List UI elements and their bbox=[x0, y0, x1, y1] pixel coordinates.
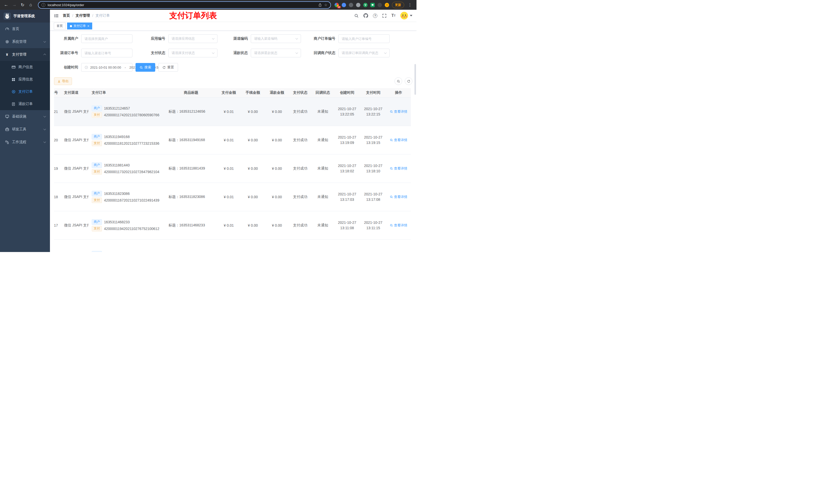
table-row: 18 微信 JSAPI 支付 商户1635311823086 支付4200001… bbox=[54, 183, 411, 211]
app-logo[interactable]: 芋道管理系统 bbox=[0, 10, 50, 23]
share-icon[interactable] bbox=[318, 3, 322, 7]
pay-status-select[interactable]: 请选择支付状态 bbox=[168, 49, 217, 57]
app-id-select[interactable]: 请选择应用信息 bbox=[168, 34, 217, 43]
extension-icon-green-square[interactable] bbox=[371, 3, 375, 7]
browser-menu-icon[interactable]: ⋮ bbox=[407, 3, 413, 7]
filter-channel-order-no: 渠道订单号 bbox=[54, 49, 133, 57]
github-icon[interactable] bbox=[363, 13, 368, 18]
fullscreen-icon[interactable] bbox=[382, 14, 386, 18]
bookmark-star-icon[interactable]: ☆ bbox=[324, 3, 327, 7]
chevron-down-icon bbox=[212, 51, 215, 54]
export-button[interactable]: 导出 bbox=[54, 77, 72, 85]
close-icon[interactable]: × bbox=[87, 24, 89, 28]
forward-button[interactable]: → bbox=[11, 1, 18, 8]
merchant-order-no-input[interactable] bbox=[338, 34, 389, 43]
sidebar-item-label: 支付管理 bbox=[12, 52, 26, 57]
sidebar-item-system[interactable]: 系统管理 bbox=[0, 35, 50, 48]
search-button[interactable]: 搜索 bbox=[136, 63, 155, 72]
table-row: 19 微信 JSAPI 支付 商户1635311881440 支付4200001… bbox=[54, 154, 411, 183]
sidebar-item-app-info[interactable]: 应用信息 bbox=[0, 73, 50, 86]
clock-icon bbox=[85, 66, 88, 69]
sidebar-item-devtools[interactable]: 研发工具 bbox=[0, 123, 50, 136]
sidebar-item-label: 商户信息 bbox=[19, 65, 33, 69]
scrollbar-thumb[interactable] bbox=[414, 64, 416, 95]
back-button[interactable]: ← bbox=[3, 1, 10, 8]
channel-code-select[interactable]: 请输入渠道编码 bbox=[251, 34, 301, 43]
channel-order-no-input[interactable] bbox=[81, 49, 133, 57]
sidebar-fold-icon[interactable] bbox=[54, 13, 59, 18]
filter-create-time: 创建时间 2021-10-01 00:00:00 - 2021-10-31 23… bbox=[54, 63, 133, 72]
user-avatar bbox=[400, 12, 408, 20]
breadcrumb-home[interactable]: 首页 bbox=[63, 13, 70, 18]
browser-toolbar: ← → ↻ ⌂ i localhost:1024/pay/order ☆ 10 … bbox=[0, 0, 416, 10]
browser-profile-avatar[interactable] bbox=[385, 3, 389, 7]
sidebar-item-home[interactable]: 首页 bbox=[0, 23, 50, 35]
main-area: 首页 / 支付管理 / 支付订单 支付订单列表 ? bbox=[50, 10, 416, 252]
sidebar-item-merchant-info[interactable]: 商户信息 bbox=[0, 61, 50, 73]
pay-tag: 支付 bbox=[92, 197, 102, 203]
tab-pay-order[interactable]: 支付订单 × bbox=[67, 23, 92, 29]
chevron-down-icon bbox=[295, 37, 298, 40]
logo-avatar-icon bbox=[4, 13, 11, 20]
sidebar-item-pay-order[interactable]: 支付订单 bbox=[0, 86, 50, 98]
extensions-area: 10 V 更新 ⋮ bbox=[335, 2, 414, 8]
sidebar-item-label: 系统管理 bbox=[12, 40, 26, 44]
extension-icon-dark-gray[interactable] bbox=[349, 3, 353, 7]
breadcrumb-pay-manage[interactable]: 支付管理 bbox=[76, 13, 90, 18]
table-row: 20 微信 JSAPI 支付 商户1635311949168 支付4200001… bbox=[54, 126, 411, 154]
sidebar-item-label: 工作流程 bbox=[12, 140, 26, 144]
merchant-tag: 商户 bbox=[92, 251, 102, 252]
sidebar-item-label: 应用信息 bbox=[19, 77, 33, 82]
extension-icon-green-check[interactable]: V bbox=[363, 3, 367, 7]
sidebar-item-payment[interactable]: ¥ 支付管理 bbox=[0, 48, 50, 61]
date-range-picker[interactable]: 2021-10-01 00:00:00 - 2021-10-31 23:59:5… bbox=[81, 63, 133, 72]
reset-button[interactable]: 重置 bbox=[158, 63, 178, 72]
tab-home[interactable]: 首页 bbox=[54, 23, 66, 29]
extension-icon-gray[interactable] bbox=[356, 3, 360, 7]
view-detail-link[interactable]: 查看详情 bbox=[390, 138, 407, 142]
chevron-down-icon bbox=[44, 128, 46, 130]
user-menu[interactable] bbox=[400, 12, 412, 20]
home-button[interactable]: ⌂ bbox=[27, 1, 34, 8]
browser-update-button[interactable]: 更新 bbox=[392, 2, 404, 8]
extension-icon-blue[interactable] bbox=[342, 3, 346, 7]
table-row-partial: 商户1635311457126 bbox=[54, 239, 411, 252]
view-detail-link[interactable]: 查看详情 bbox=[390, 166, 407, 171]
show-search-icon[interactable] bbox=[395, 77, 402, 85]
filter-channel-code: 渠道编码 请输入渠道编码 bbox=[221, 34, 301, 43]
chevron-down-icon bbox=[212, 37, 215, 40]
reload-button[interactable]: ↻ bbox=[19, 1, 26, 8]
filter-app-id: 应用编号 请选择应用信息 bbox=[136, 34, 217, 43]
help-icon[interactable]: ? bbox=[373, 14, 377, 18]
search-icon[interactable] bbox=[354, 14, 359, 18]
font-size-icon[interactable]: TT bbox=[391, 13, 396, 18]
notify-status-select[interactable]: 请选择订单回调商户状态 bbox=[338, 49, 389, 57]
address-bar[interactable]: i localhost:1024/pay/order ☆ bbox=[38, 1, 331, 9]
view-detail-link[interactable]: 查看详情 bbox=[390, 195, 407, 199]
pay-tag: 支付 bbox=[92, 226, 102, 232]
extension-icon-puzzle[interactable] bbox=[378, 3, 382, 7]
sidebar-item-label: 退款订单 bbox=[19, 102, 33, 106]
chevron-down-icon bbox=[44, 115, 46, 118]
merchant-tag: 商户 bbox=[92, 134, 102, 140]
sidebar-item-refund-order[interactable]: 退款订单 bbox=[0, 98, 50, 110]
view-detail-link[interactable]: 查看详情 bbox=[390, 110, 407, 114]
refund-status-select[interactable]: 请选择退款状态 bbox=[251, 49, 301, 57]
date-start: 2021-10-01 00:00:00 bbox=[90, 66, 121, 69]
merchant-input[interactable] bbox=[81, 34, 133, 43]
active-dot-icon bbox=[70, 25, 72, 27]
monitor-icon bbox=[5, 115, 9, 119]
toolbox-icon bbox=[5, 127, 9, 131]
yen-icon: ¥ bbox=[5, 52, 9, 57]
table-row: 17 微信 JSAPI 支付 商户1635311468233 支付4200001… bbox=[54, 211, 411, 239]
bank-card-icon bbox=[11, 65, 16, 69]
sidebar-item-infra[interactable]: 基础设施 bbox=[0, 110, 50, 123]
header-actions: ? TT bbox=[354, 12, 412, 20]
extension-icon-colorful[interactable]: 10 bbox=[335, 3, 339, 7]
tags-view-bar: 首页 支付订单 × bbox=[50, 22, 416, 31]
page-title: 支付订单列表 bbox=[169, 10, 217, 22]
view-detail-link[interactable]: 查看详情 bbox=[390, 223, 407, 228]
refresh-icon[interactable] bbox=[405, 77, 412, 85]
sidebar-item-workflow[interactable]: 工作流程 bbox=[0, 136, 50, 148]
site-info-icon[interactable]: i bbox=[42, 3, 45, 7]
